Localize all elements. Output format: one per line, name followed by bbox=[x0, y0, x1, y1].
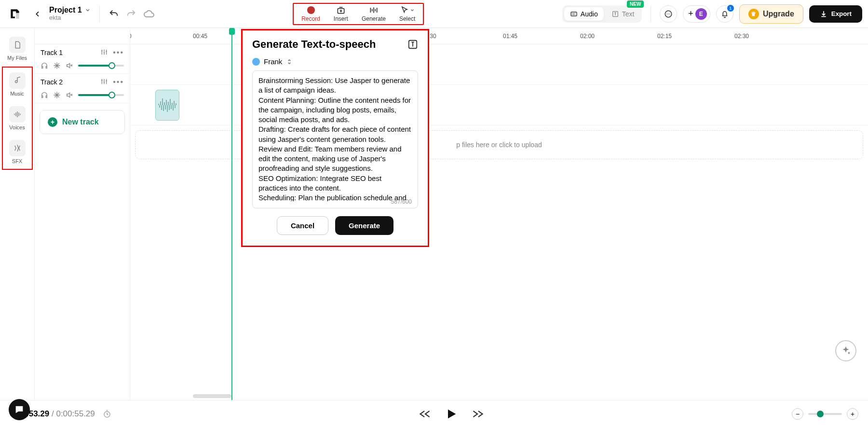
zoom-slider[interactable] bbox=[808, 413, 842, 415]
notifications-button[interactable]: 1 bbox=[716, 5, 733, 23]
svg-rect-2 bbox=[571, 12, 577, 16]
track-header-2: Track 2 ••• bbox=[35, 74, 130, 103]
zoom-controls: − + bbox=[792, 408, 858, 420]
divider bbox=[99, 6, 100, 22]
music-icon bbox=[13, 76, 22, 85]
upgrade-button[interactable]: ♛ Upgrade bbox=[739, 4, 803, 24]
undo-icon[interactable] bbox=[108, 9, 119, 19]
track-header-1: Track 1 ••• bbox=[35, 44, 130, 74]
voice-color-icon bbox=[252, 58, 260, 66]
cursor-icon bbox=[400, 6, 409, 14]
new-track-button[interactable]: + New track bbox=[40, 110, 125, 134]
ruler-zero: 0 bbox=[130, 33, 132, 40]
zoom-in-button[interactable]: + bbox=[847, 408, 858, 420]
sidebar-item-sfx[interactable]: SFX bbox=[3, 136, 32, 168]
plus-icon: + bbox=[48, 117, 57, 127]
forward-icon[interactable] bbox=[472, 409, 484, 419]
ruler-mark: 02:15 bbox=[657, 33, 672, 40]
tts-settings-icon[interactable] bbox=[407, 39, 418, 50]
volume-slider[interactable] bbox=[78, 94, 124, 96]
bottom-bar: 0:00:53.29 / 0:00:55.29 − + bbox=[0, 400, 868, 427]
zoom-out-button[interactable]: − bbox=[792, 408, 803, 420]
top-bar: Project 1 ekta Record Insert Generate Se… bbox=[0, 0, 868, 28]
back-button[interactable] bbox=[32, 8, 43, 20]
project-block: Project 1 ekta bbox=[49, 6, 91, 22]
transport-controls bbox=[419, 407, 484, 421]
sidebar-item-music[interactable]: Music bbox=[3, 69, 32, 100]
avatar: E bbox=[695, 8, 707, 20]
equalizer-icon[interactable] bbox=[100, 78, 108, 85]
redo-icon[interactable] bbox=[126, 9, 136, 19]
tracks-column: Track 1 ••• Track 2 ••• bbox=[35, 28, 130, 400]
ruler-mark: 01:45 bbox=[503, 33, 517, 40]
mode-audio[interactable]: Audio bbox=[564, 7, 604, 21]
generate-icon bbox=[369, 6, 379, 14]
download-icon bbox=[820, 10, 827, 18]
help-chat-button[interactable] bbox=[9, 399, 30, 420]
ai-fab-button[interactable] bbox=[835, 340, 856, 361]
ruler-mark: 30 bbox=[430, 33, 436, 40]
share-button[interactable]: + E bbox=[683, 5, 710, 23]
mute-icon[interactable] bbox=[66, 91, 73, 99]
mute-icon[interactable] bbox=[66, 62, 73, 69]
chevron-down-icon[interactable] bbox=[85, 7, 91, 13]
voices-icon bbox=[13, 110, 22, 119]
timer-icon[interactable] bbox=[103, 410, 111, 418]
more-icon[interactable]: ••• bbox=[113, 48, 124, 57]
cloud-save-icon[interactable] bbox=[143, 8, 155, 20]
crown-icon: ♛ bbox=[748, 9, 759, 19]
insert-icon bbox=[336, 6, 346, 14]
svg-point-6 bbox=[668, 14, 669, 14]
waveform-icon bbox=[158, 96, 177, 115]
ruler-mark: 02:00 bbox=[580, 33, 595, 40]
project-owner: ekta bbox=[49, 14, 91, 22]
modal-title: Generate Text-to-speech bbox=[252, 38, 376, 51]
play-button[interactable] bbox=[445, 407, 458, 421]
snowflake-icon[interactable] bbox=[53, 91, 61, 99]
svg-point-5 bbox=[667, 14, 668, 14]
generate-button[interactable]: Generate bbox=[335, 216, 393, 235]
headphones-icon[interactable] bbox=[41, 62, 48, 69]
snowflake-icon[interactable] bbox=[53, 62, 61, 69]
svg-point-7 bbox=[670, 14, 671, 14]
bell-icon bbox=[720, 10, 729, 18]
more-icon[interactable]: ••• bbox=[113, 78, 124, 86]
track-title[interactable]: Track 2 bbox=[41, 78, 63, 86]
tts-modal: Generate Text-to-speech Frank 587/600 Ca… bbox=[241, 29, 429, 247]
char-count: 587/600 bbox=[391, 198, 412, 205]
ruler-mark: 00:45 bbox=[193, 33, 207, 40]
export-button[interactable]: Export bbox=[809, 5, 862, 23]
equalizer-icon[interactable] bbox=[100, 48, 108, 56]
svg-point-0 bbox=[307, 6, 315, 14]
tool-record[interactable]: Record bbox=[301, 6, 320, 22]
new-badge: NEW bbox=[627, 0, 644, 8]
headphones-icon[interactable] bbox=[41, 91, 48, 99]
playhead[interactable] bbox=[231, 28, 232, 400]
sparkle-icon bbox=[841, 345, 851, 356]
chat-button[interactable] bbox=[660, 5, 677, 23]
tts-textarea[interactable] bbox=[258, 76, 412, 201]
sidebar-item-voices[interactable]: Voices bbox=[3, 102, 32, 134]
mode-toggle: Audio Text NEW bbox=[562, 5, 642, 23]
sfx-icon bbox=[13, 144, 22, 152]
tool-generate[interactable]: Generate bbox=[362, 6, 386, 22]
mode-text[interactable]: Text bbox=[606, 7, 640, 21]
timeline-scrollbar[interactable] bbox=[135, 394, 863, 399]
sidebar-item-myfiles[interactable]: My Files bbox=[3, 33, 32, 65]
voice-selector[interactable]: Frank bbox=[252, 57, 418, 66]
project-name[interactable]: Project 1 bbox=[49, 6, 82, 14]
ruler-mark: 02:30 bbox=[734, 33, 749, 40]
chat-bubble-icon bbox=[14, 404, 25, 415]
audio-clip[interactable] bbox=[155, 90, 179, 121]
center-tools: Record Insert Generate Select bbox=[293, 3, 424, 25]
record-icon bbox=[307, 6, 315, 14]
rewind-icon[interactable] bbox=[419, 409, 431, 419]
track-title[interactable]: Track 1 bbox=[41, 49, 63, 56]
volume-slider[interactable] bbox=[78, 65, 124, 67]
notification-count: 1 bbox=[727, 5, 734, 12]
updown-icon bbox=[286, 58, 293, 65]
tool-insert[interactable]: Insert bbox=[334, 6, 348, 22]
cancel-button[interactable]: Cancel bbox=[277, 216, 328, 235]
tool-select[interactable]: Select bbox=[399, 6, 415, 22]
voice-name: Frank bbox=[264, 57, 282, 66]
